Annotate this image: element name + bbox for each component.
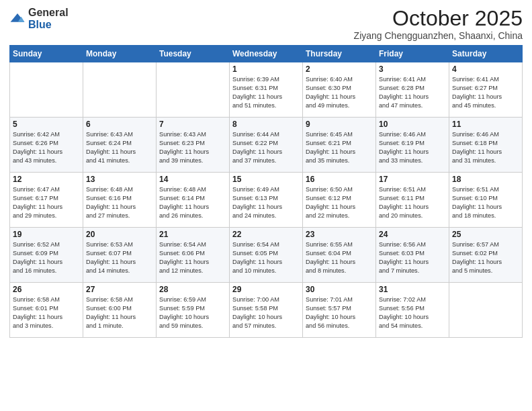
- calendar-cell: 30Sunrise: 7:01 AM Sunset: 5:57 PM Dayli…: [303, 283, 376, 338]
- day-info: Sunrise: 6:43 AM Sunset: 6:24 PM Dayligh…: [86, 130, 153, 165]
- day-info: Sunrise: 6:51 AM Sunset: 6:11 PM Dayligh…: [379, 185, 446, 220]
- calendar-cell: 12Sunrise: 6:47 AM Sunset: 6:17 PM Dayli…: [10, 173, 83, 228]
- calendar-cell: 28Sunrise: 6:59 AM Sunset: 5:59 PM Dayli…: [157, 283, 230, 338]
- calendar-cell: 6Sunrise: 6:43 AM Sunset: 6:24 PM Daylig…: [83, 118, 157, 173]
- day-info: Sunrise: 6:58 AM Sunset: 6:01 PM Dayligh…: [13, 295, 80, 330]
- day-number: 29: [232, 285, 300, 294]
- calendar-cell: 4Sunrise: 6:41 AM Sunset: 6:27 PM Daylig…: [449, 62, 523, 118]
- calendar-cell: 5Sunrise: 6:42 AM Sunset: 6:26 PM Daylig…: [10, 118, 83, 173]
- logo-general: General: [28, 7, 69, 18]
- day-number: 13: [86, 175, 153, 184]
- calendar-cell: [449, 283, 523, 338]
- day-info: Sunrise: 6:41 AM Sunset: 6:28 PM Dayligh…: [379, 75, 446, 110]
- calendar-cell: 31Sunrise: 7:02 AM Sunset: 5:56 PM Dayli…: [376, 283, 449, 338]
- day-number: 11: [452, 120, 519, 129]
- calendar-cell: 17Sunrise: 6:51 AM Sunset: 6:11 PM Dayli…: [376, 173, 449, 228]
- calendar-cell: [10, 62, 83, 118]
- day-number: 27: [86, 285, 153, 294]
- week-row-1: 1Sunrise: 6:39 AM Sunset: 6:31 PM Daylig…: [10, 62, 523, 118]
- title-block: October 2025 Ziyang Chengguanzhen, Shaan…: [354, 7, 523, 41]
- day-number: 5: [13, 120, 80, 129]
- day-info: Sunrise: 6:59 AM Sunset: 5:59 PM Dayligh…: [159, 295, 226, 330]
- day-number: 20: [86, 230, 153, 239]
- day-info: Sunrise: 6:54 AM Sunset: 6:05 PM Dayligh…: [232, 240, 300, 275]
- day-info: Sunrise: 6:47 AM Sunset: 6:17 PM Dayligh…: [13, 185, 80, 220]
- logo-text: General Blue: [28, 7, 69, 31]
- logo-blue: Blue: [28, 19, 52, 30]
- day-info: Sunrise: 6:49 AM Sunset: 6:13 PM Dayligh…: [232, 185, 300, 220]
- weekday-header-wednesday: Wednesday: [230, 46, 303, 62]
- day-number: 19: [13, 230, 80, 239]
- calendar-cell: 26Sunrise: 6:58 AM Sunset: 6:01 PM Dayli…: [10, 283, 83, 338]
- day-info: Sunrise: 7:02 AM Sunset: 5:56 PM Dayligh…: [379, 295, 446, 330]
- day-number: 14: [159, 175, 226, 184]
- weekday-header-sunday: Sunday: [10, 46, 83, 62]
- weekday-header-row: SundayMondayTuesdayWednesdayThursdayFrid…: [10, 46, 523, 62]
- day-info: Sunrise: 6:44 AM Sunset: 6:22 PM Dayligh…: [232, 130, 300, 165]
- day-info: Sunrise: 7:01 AM Sunset: 5:57 PM Dayligh…: [306, 295, 373, 330]
- day-info: Sunrise: 6:45 AM Sunset: 6:21 PM Dayligh…: [306, 130, 373, 165]
- week-row-3: 12Sunrise: 6:47 AM Sunset: 6:17 PM Dayli…: [10, 173, 523, 228]
- day-number: 7: [159, 120, 226, 129]
- day-number: 17: [379, 175, 446, 184]
- week-row-2: 5Sunrise: 6:42 AM Sunset: 6:26 PM Daylig…: [10, 118, 523, 173]
- logo-icon: [9, 12, 26, 26]
- calendar-cell: 3Sunrise: 6:41 AM Sunset: 6:28 PM Daylig…: [376, 62, 449, 118]
- day-info: Sunrise: 6:40 AM Sunset: 6:30 PM Dayligh…: [306, 75, 373, 110]
- calendar-cell: 13Sunrise: 6:48 AM Sunset: 6:16 PM Dayli…: [83, 173, 157, 228]
- day-info: Sunrise: 6:48 AM Sunset: 6:14 PM Dayligh…: [159, 185, 226, 220]
- day-number: 22: [232, 230, 300, 239]
- day-number: 28: [159, 285, 226, 294]
- day-info: Sunrise: 6:48 AM Sunset: 6:16 PM Dayligh…: [86, 185, 153, 220]
- day-number: 31: [379, 285, 446, 294]
- calendar-cell: 2Sunrise: 6:40 AM Sunset: 6:30 PM Daylig…: [303, 62, 376, 118]
- day-info: Sunrise: 6:41 AM Sunset: 6:27 PM Dayligh…: [452, 75, 519, 110]
- calendar-cell: 24Sunrise: 6:56 AM Sunset: 6:03 PM Dayli…: [376, 228, 449, 283]
- day-info: Sunrise: 6:43 AM Sunset: 6:23 PM Dayligh…: [159, 130, 226, 165]
- day-number: 18: [452, 175, 519, 184]
- calendar-cell: [157, 62, 230, 118]
- day-info: Sunrise: 6:55 AM Sunset: 6:04 PM Dayligh…: [306, 240, 373, 275]
- calendar-cell: 20Sunrise: 6:53 AM Sunset: 6:07 PM Dayli…: [83, 228, 157, 283]
- day-number: 25: [452, 230, 519, 239]
- page-container: General Blue October 2025 Ziyang Chenggu…: [0, 0, 532, 342]
- calendar-cell: [83, 62, 157, 118]
- day-number: 12: [13, 175, 80, 184]
- weekday-header-friday: Friday: [376, 46, 449, 62]
- day-number: 30: [306, 285, 373, 294]
- weekday-header-saturday: Saturday: [449, 46, 523, 62]
- calendar-cell: 14Sunrise: 6:48 AM Sunset: 6:14 PM Dayli…: [157, 173, 230, 228]
- calendar-cell: 16Sunrise: 6:50 AM Sunset: 6:12 PM Dayli…: [303, 173, 376, 228]
- calendar-cell: 19Sunrise: 6:52 AM Sunset: 6:09 PM Dayli…: [10, 228, 83, 283]
- weekday-header-monday: Monday: [83, 46, 157, 62]
- day-number: 2: [306, 64, 373, 74]
- day-info: Sunrise: 6:50 AM Sunset: 6:12 PM Dayligh…: [306, 185, 373, 220]
- calendar-cell: 7Sunrise: 6:43 AM Sunset: 6:23 PM Daylig…: [157, 118, 230, 173]
- day-number: 24: [379, 230, 446, 239]
- location-title: Ziyang Chengguanzhen, Shaanxi, China: [354, 30, 523, 41]
- month-title: October 2025: [354, 7, 523, 30]
- day-info: Sunrise: 6:51 AM Sunset: 6:10 PM Dayligh…: [452, 185, 519, 220]
- day-number: 1: [232, 64, 300, 74]
- calendar-cell: 8Sunrise: 6:44 AM Sunset: 6:22 PM Daylig…: [230, 118, 303, 173]
- calendar-cell: 9Sunrise: 6:45 AM Sunset: 6:21 PM Daylig…: [303, 118, 376, 173]
- calendar-cell: 23Sunrise: 6:55 AM Sunset: 6:04 PM Dayli…: [303, 228, 376, 283]
- calendar-cell: 22Sunrise: 6:54 AM Sunset: 6:05 PM Dayli…: [230, 228, 303, 283]
- day-info: Sunrise: 6:56 AM Sunset: 6:03 PM Dayligh…: [379, 240, 446, 275]
- day-number: 23: [306, 230, 373, 239]
- day-number: 10: [379, 120, 446, 129]
- calendar-cell: 15Sunrise: 6:49 AM Sunset: 6:13 PM Dayli…: [230, 173, 303, 228]
- day-info: Sunrise: 6:53 AM Sunset: 6:07 PM Dayligh…: [86, 240, 153, 275]
- day-info: Sunrise: 6:54 AM Sunset: 6:06 PM Dayligh…: [159, 240, 226, 275]
- day-number: 15: [232, 175, 300, 184]
- day-info: Sunrise: 6:46 AM Sunset: 6:19 PM Dayligh…: [379, 130, 446, 165]
- calendar-cell: 29Sunrise: 7:00 AM Sunset: 5:58 PM Dayli…: [230, 283, 303, 338]
- week-row-4: 19Sunrise: 6:52 AM Sunset: 6:09 PM Dayli…: [10, 228, 523, 283]
- week-row-5: 26Sunrise: 6:58 AM Sunset: 6:01 PM Dayli…: [10, 283, 523, 338]
- day-number: 3: [379, 64, 446, 74]
- logo: General Blue: [9, 7, 69, 31]
- calendar-table: SundayMondayTuesdayWednesdayThursdayFrid…: [9, 45, 523, 338]
- day-number: 26: [13, 285, 80, 294]
- weekday-header-thursday: Thursday: [303, 46, 376, 62]
- weekday-header-tuesday: Tuesday: [157, 46, 230, 62]
